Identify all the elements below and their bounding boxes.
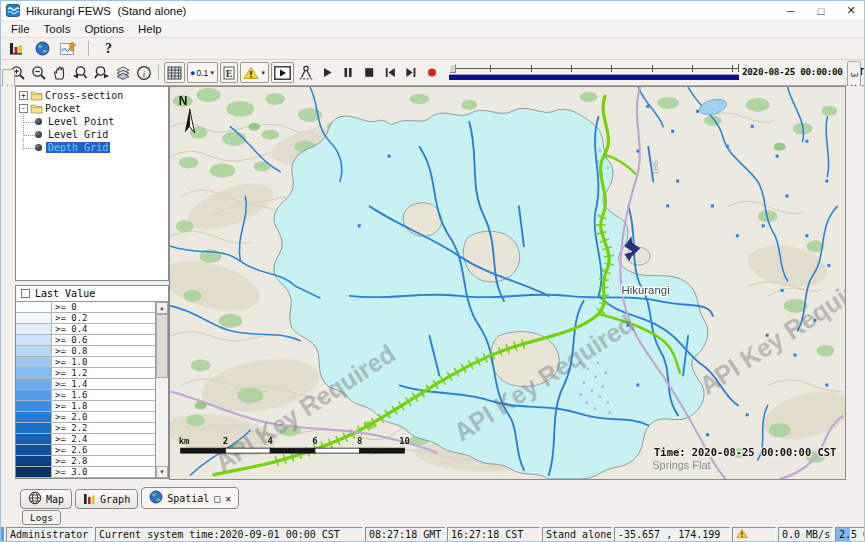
tree-item-label: Depth Grid	[46, 142, 110, 153]
close-tab-icon[interactable]: ✕	[225, 493, 231, 504]
skip-end-icon	[404, 66, 418, 79]
legend-row: >= 2.8	[16, 456, 155, 467]
legend-color-swatch	[16, 445, 52, 455]
legend-row: >= 1.6	[16, 390, 155, 401]
tab-graph-icon	[83, 492, 96, 507]
tree-item-cross-section[interactable]: +Cross-section	[16, 89, 168, 102]
thresholds-button[interactable]: ▼	[240, 62, 269, 83]
measure-icon	[298, 65, 314, 81]
record-button[interactable]	[421, 63, 442, 83]
status-text: 16:27:18 CST	[451, 529, 523, 540]
menu-file[interactable]: File	[4, 22, 37, 36]
toolbar-separator	[88, 41, 89, 56]
svg-text:2: 2	[223, 436, 228, 446]
minimize-icon: ─	[787, 5, 795, 17]
tab-map[interactable]: Map	[20, 489, 72, 509]
pan-button[interactable]	[49, 63, 70, 83]
legend-row: >= 2.0	[16, 412, 155, 423]
float-view-icon[interactable]: □	[214, 493, 220, 504]
legend-panel: Last Value >= 0>= 0.2>= 0.4>= 0.6>= 0.8>…	[15, 285, 169, 479]
labels-button[interactable]: E	[220, 62, 238, 83]
main-toolbar: ?	[1, 38, 865, 60]
legend-color-swatch	[16, 434, 52, 444]
svg-text:6: 6	[312, 436, 317, 446]
info-icon: i	[136, 65, 152, 81]
bottom-tab-bar: MapGraphSpatial□✕	[1, 487, 865, 510]
maximize-button[interactable]: □	[806, 1, 836, 20]
stop-icon	[362, 66, 376, 79]
info-button[interactable]: i	[133, 63, 154, 83]
menu-options[interactable]: Options	[77, 22, 131, 36]
zoom-next-button[interactable]	[91, 63, 112, 83]
warning-icon	[736, 528, 748, 541]
maximize-icon: □	[818, 5, 825, 17]
map-display-button[interactable]	[32, 39, 53, 59]
status-local-time: 16:27:18 CST	[447, 527, 540, 542]
scalar-display-button[interactable]	[58, 39, 79, 59]
chevron-down-icon: ▼	[209, 70, 215, 76]
tree-item-level-point[interactable]: Level Point	[16, 115, 168, 128]
zoom-previous-button[interactable]	[70, 63, 91, 83]
play-button[interactable]	[316, 63, 337, 83]
minimize-button[interactable]: ─	[776, 1, 806, 20]
logs-tab[interactable]: Logs	[22, 510, 61, 525]
menu-tools[interactable]: Tools	[37, 22, 78, 36]
pause-icon	[341, 66, 355, 79]
svg-text:E: E	[226, 67, 233, 78]
svg-text:4: 4	[268, 436, 273, 446]
help-button[interactable]: ?	[98, 39, 119, 59]
toolbar-separator	[158, 65, 159, 80]
legend-scrollbar[interactable]: ▲ ▼	[155, 302, 168, 478]
scroll-up-icon[interactable]: ▲	[156, 302, 168, 314]
legend-color-swatch	[16, 412, 52, 422]
scroll-down-icon[interactable]: ▼	[156, 466, 168, 478]
spatial-map[interactable]: SH1 Hikurangi Springs Flat API Key Requi…	[169, 86, 846, 480]
database-button[interactable]	[6, 39, 27, 59]
last-value-checkbox[interactable]	[21, 289, 30, 298]
layers-icon	[115, 65, 131, 81]
close-button[interactable]: ✕	[836, 1, 865, 20]
zoom-next-icon	[93, 65, 110, 81]
movie-icon	[274, 66, 291, 80]
layer-node-icon	[35, 131, 42, 138]
stop-button[interactable]	[358, 63, 379, 83]
legend-row: >= 0.4	[16, 324, 155, 335]
tree-item-pocket[interactable]: -Pocket	[16, 102, 168, 115]
layers-button[interactable]	[112, 63, 133, 83]
scroll-thumb[interactable]	[156, 314, 168, 378]
tree-item-depth-grid[interactable]: Depth Grid	[16, 141, 168, 154]
zoom-out-button[interactable]	[28, 63, 49, 83]
legend-row: >= 1.2	[16, 368, 155, 379]
legend-color-swatch	[16, 390, 52, 400]
warning-icon	[243, 66, 259, 80]
point-size-button[interactable]: ● 0.1 ▼	[187, 62, 218, 83]
step-forward-button[interactable]	[400, 63, 421, 83]
tab-graph[interactable]: Graph	[75, 489, 138, 509]
tree-toggle-icon[interactable]: +	[19, 91, 28, 100]
animation-button[interactable]	[271, 62, 294, 83]
menu-help[interactable]: Help	[131, 22, 169, 36]
chart-arrow-icon	[60, 41, 77, 56]
legend-row-label: >= 1.2	[52, 368, 155, 378]
status-text: -35.657 , 174.199	[618, 529, 720, 540]
pause-button[interactable]	[337, 63, 358, 83]
status-user: Administrator	[6, 527, 93, 542]
tab-label: Spatial	[167, 493, 209, 504]
last-value-label: Last Value	[35, 288, 95, 299]
time-slider-thumb[interactable]	[449, 64, 456, 73]
time-slider[interactable]	[449, 64, 739, 82]
step-back-button[interactable]	[379, 63, 400, 83]
status-transfer-rate: 0.0 MB/s	[778, 527, 833, 542]
tab-spatial[interactable]: Spatial□✕	[141, 487, 239, 509]
label-e-icon: E	[223, 66, 235, 80]
measure-button[interactable]	[295, 63, 316, 83]
app-logo-icon	[6, 4, 20, 17]
layers-panel: +Cross-section-PocketLevel PointLevel Gr…	[15, 86, 169, 487]
chevron-down-icon: ▼	[260, 70, 266, 76]
globe-icon	[35, 41, 50, 56]
tree-item-level-grid[interactable]: Level Grid	[16, 128, 168, 141]
main-area: +Cross-section-PocketLevel PointLevel Gr…	[1, 86, 865, 487]
hand-icon	[52, 65, 67, 81]
skip-start-icon	[383, 66, 397, 79]
grid-display-button[interactable]	[164, 62, 185, 83]
